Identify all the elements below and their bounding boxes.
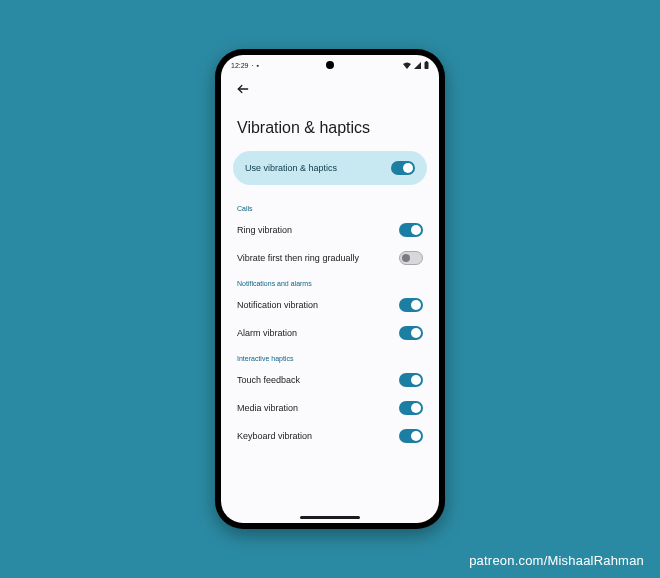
section-header-calls: Calls: [233, 197, 427, 216]
status-time: 12:29: [231, 62, 249, 69]
row-label: Media vibration: [237, 403, 399, 414]
row-label: Alarm vibration: [237, 328, 399, 339]
svg-rect-0: [425, 62, 429, 69]
row-media-vibration[interactable]: Media vibration: [233, 394, 427, 422]
section-header-notifications: Notifications and alarms: [233, 272, 427, 291]
phone-frame: 12:29 · ▪ Vibration & haptics: [215, 49, 445, 529]
battery-icon: [424, 61, 429, 69]
back-button[interactable]: [233, 79, 253, 99]
signal-icon: [414, 62, 421, 69]
page-title: Vibration & haptics: [221, 99, 439, 151]
row-label: Vibrate first then ring gradually: [237, 253, 399, 264]
top-app-bar: [221, 73, 439, 99]
notification-dot-icon: ·: [252, 62, 254, 69]
row-label: Touch feedback: [237, 375, 399, 386]
row-vibrate-then-ring[interactable]: Vibrate first then ring gradually: [233, 244, 427, 272]
screen: 12:29 · ▪ Vibration & haptics: [221, 55, 439, 523]
toggle-vibrate-then-ring[interactable]: [399, 251, 423, 265]
section-header-haptics: Interactive haptics: [233, 347, 427, 366]
gesture-nav-bar[interactable]: [300, 516, 360, 519]
svg-rect-1: [426, 61, 428, 62]
master-toggle-label: Use vibration & haptics: [245, 163, 337, 173]
row-notification-vibration[interactable]: Notification vibration: [233, 291, 427, 319]
arrow-back-icon: [236, 82, 250, 96]
battery-small-icon: ▪: [256, 62, 258, 69]
wifi-icon: [403, 62, 411, 69]
row-ring-vibration[interactable]: Ring vibration: [233, 216, 427, 244]
row-label: Keyboard vibration: [237, 431, 399, 442]
row-touch-feedback[interactable]: Touch feedback: [233, 366, 427, 394]
front-camera: [326, 61, 334, 69]
toggle-media-vibration[interactable]: [399, 401, 423, 415]
toggle-keyboard-vibration[interactable]: [399, 429, 423, 443]
settings-content: Use vibration & haptics Calls Ring vibra…: [221, 151, 439, 450]
toggle-ring-vibration[interactable]: [399, 223, 423, 237]
row-alarm-vibration[interactable]: Alarm vibration: [233, 319, 427, 347]
credit-text: patreon.com/MishaalRahman: [469, 553, 644, 568]
toggle-alarm-vibration[interactable]: [399, 326, 423, 340]
master-toggle[interactable]: [391, 161, 415, 175]
toggle-touch-feedback[interactable]: [399, 373, 423, 387]
row-keyboard-vibration[interactable]: Keyboard vibration: [233, 422, 427, 450]
row-label: Ring vibration: [237, 225, 399, 236]
master-toggle-card[interactable]: Use vibration & haptics: [233, 151, 427, 185]
row-label: Notification vibration: [237, 300, 399, 311]
toggle-notification-vibration[interactable]: [399, 298, 423, 312]
